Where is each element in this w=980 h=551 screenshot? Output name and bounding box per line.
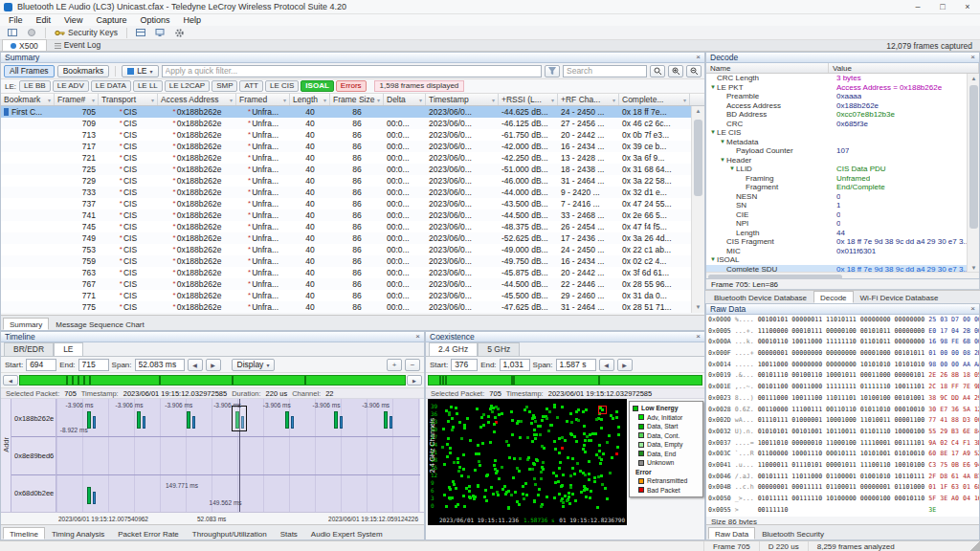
timeline-overview-bar[interactable] <box>19 375 406 386</box>
monitor-button[interactable] <box>151 27 168 39</box>
decode-panel-header[interactable]: Decode × <box>706 53 979 63</box>
rawdata-hex-view[interactable]: 0x0000 %.... 00100101 00000011 11010111 … <box>706 315 979 517</box>
coex-tab-2-4-ghz[interactable]: 2.4 GHz <box>429 342 478 356</box>
tab-message-sequence-chart[interactable]: Message Sequence Chart <box>49 318 151 330</box>
end-input[interactable] <box>78 359 109 371</box>
packet-bar[interactable] <box>87 487 91 504</box>
filter-chip-att[interactable]: ATT <box>239 80 263 92</box>
column-header-rf-cha[interactable]: +RF Cha...▾ <box>558 94 619 105</box>
doc-tab-x500[interactable]: X500 <box>2 39 47 51</box>
start-capture-button[interactable] <box>23 27 40 39</box>
coex-pan-left-button[interactable]: ◀ <box>599 359 614 371</box>
search-button[interactable] <box>650 65 665 77</box>
filter-chip-le-adv[interactable]: LE ADV <box>53 80 89 92</box>
table-row-frame-749[interactable]: 749*CIS*0x188b262e*Unfra...408600:0...20… <box>1 232 691 244</box>
column-filter-icon[interactable]: ▾ <box>151 97 154 103</box>
tab-wi-fi-device-database[interactable]: Wi-Fi Device Database <box>854 291 946 303</box>
decode-row-metadata[interactable]: ▼Metadata <box>706 138 967 147</box>
close-icon[interactable]: × <box>415 332 420 342</box>
decode-row-fragment[interactable]: FragmentEnd/Complete <box>706 183 967 192</box>
resize-grip[interactable] <box>970 541 980 551</box>
search-input[interactable] <box>563 65 647 77</box>
decode-value-header[interactable]: Value <box>829 63 979 73</box>
timeline-zoom-in-button[interactable]: + <box>387 359 402 371</box>
start-input[interactable] <box>26 359 56 371</box>
filter-chip-le-data[interactable]: LE DATA <box>91 80 131 92</box>
decode-row-crc[interactable]: CRC0x685f3e <box>706 120 967 129</box>
summary-panel-header[interactable]: Summary × <box>1 53 704 63</box>
packet-bar[interactable] <box>390 416 392 429</box>
table-row-frame-733[interactable]: 733*CIS*0x188b262e*Unfra...408600:0...20… <box>1 187 691 198</box>
pan-left-button[interactable]: ◀ <box>188 359 203 371</box>
tab-audio-expert-system[interactable]: Audio Expert System <box>304 527 390 540</box>
decode-row-sn[interactable]: SN1 <box>706 201 967 210</box>
menu-options[interactable]: Options <box>133 14 176 26</box>
decode-row-length[interactable]: Length44 <box>706 229 967 238</box>
tab-throughput-utilization[interactable]: Throughput/Utilization <box>186 527 274 540</box>
table-row-frame-753[interactable]: 753*CIS*0x188b262e*Unfra...408600:0...20… <box>1 244 691 255</box>
packet-bar[interactable] <box>340 416 343 429</box>
table-row-frame-725[interactable]: 725*CIS*0x188b262e*Unfra...408600:0...20… <box>1 164 691 175</box>
layout-button[interactable] <box>4 27 21 39</box>
table-row-frame-759[interactable]: 759*CIS*0x188b262e*Unfra...408600:0...20… <box>1 255 691 267</box>
coex-end-input[interactable] <box>500 359 530 371</box>
decode-row-llid[interactable]: ▼LLIDCIS Data PDU <box>706 165 967 174</box>
column-filter-icon[interactable]: ▾ <box>323 97 326 103</box>
tab-bluetooth-device-database[interactable]: Bluetooth Device Database <box>707 291 813 303</box>
close-icon[interactable]: × <box>970 304 975 314</box>
table-row-frame-721[interactable]: 721*CIS*0x188b262e*Unfra...408600:0...20… <box>1 152 691 164</box>
table-row-frame-741[interactable]: 741*CIS*0x188b262e*Unfra...408600:0...20… <box>1 209 691 221</box>
table-row-frame-745[interactable]: 745*CIS*0x188b262e*Unfra...408600:0...20… <box>1 221 691 232</box>
timeline-zoom-out-button[interactable]: − <box>405 359 420 371</box>
timeline-tab-le[interactable]: LE <box>54 342 82 356</box>
menu-file[interactable]: File <box>2 14 30 26</box>
menu-capture[interactable]: Capture <box>89 14 133 26</box>
column-filter-icon[interactable]: ▾ <box>230 97 233 103</box>
rawdata-panel-header[interactable]: Raw Data × <box>706 304 979 315</box>
quick-filter-input[interactable] <box>162 65 542 77</box>
decode-row-bd-address[interactable]: BD Address0xcc07e8b12b3e <box>706 110 967 120</box>
table-row-frame-771[interactable]: 771*CIS*0x188b262e*Unfra...408600:0...20… <box>1 290 691 301</box>
decode-row-header[interactable]: ▼Header <box>706 156 967 165</box>
maximize-button[interactable]: □ <box>930 0 955 14</box>
tab-packet-error-rate[interactable]: Packet Error Rate <box>111 527 186 540</box>
table-row-frame-705[interactable]: First C...705*CIS*0x188b262e*Unfra...408… <box>1 106 691 118</box>
coex-start-input[interactable] <box>451 359 478 371</box>
security-keys-button[interactable]: Security Keys <box>51 27 122 39</box>
zoom-in-button[interactable] <box>668 65 683 77</box>
column-header-timestamp[interactable]: Timestamp▾ <box>426 94 499 105</box>
coexistence-panel-header[interactable]: Coexistence × <box>426 332 704 342</box>
column-filter-icon[interactable]: ▾ <box>419 97 422 103</box>
window-split-button[interactable] <box>132 27 149 39</box>
column-header-framed[interactable]: Framed▾ <box>236 94 290 105</box>
column-filter-icon[interactable]: ▾ <box>283 97 286 103</box>
tab-timeline[interactable]: Timeline <box>3 527 45 540</box>
decode-row-le-cis[interactable]: ▼LE CIS <box>706 128 967 138</box>
doc-tab-event-log[interactable]: Event Log <box>47 39 108 51</box>
table-row-frame-713[interactable]: 713*CIS*0x188b262e*Unfra...408600:0...20… <box>1 129 691 141</box>
menu-view[interactable]: View <box>57 14 89 26</box>
column-header-complete[interactable]: Complete...▾ <box>619 94 690 105</box>
decode-row-cie[interactable]: CIE0 <box>706 210 967 220</box>
packet-bar[interactable] <box>137 411 141 429</box>
coex-span-input[interactable] <box>556 359 596 371</box>
coexistence-overview-bar[interactable] <box>428 375 702 386</box>
timeline-tab-br-edr[interactable]: BR/EDR <box>4 342 54 356</box>
decode-row-mic[interactable]: MIC0x011f6301 <box>706 247 967 256</box>
column-filter-icon[interactable]: ▾ <box>683 97 686 103</box>
timeline-panel-header[interactable]: Timeline × <box>1 332 424 342</box>
menu-help[interactable]: Help <box>176 14 208 26</box>
column-header-rssi-l[interactable]: +RSSI (L...▾ <box>499 94 558 105</box>
decode-row-payload-counter[interactable]: Payload Counter107 <box>706 146 967 156</box>
span-input[interactable] <box>135 359 185 371</box>
decode-row-le-pkt[interactable]: ▼LE PKTAccess Address = 0x188b262e <box>706 83 967 93</box>
table-row-frame-729[interactable]: 729*CIS*0x188b262e*Unfra...408600:0...20… <box>1 175 691 187</box>
packet-bar[interactable] <box>143 416 145 429</box>
decode-row-npi[interactable]: NPI0 <box>706 219 967 229</box>
decode-scrollbar-vertical[interactable]: ▲ ▼ <box>967 74 979 274</box>
close-button[interactable]: × <box>955 0 980 14</box>
decode-row-nesn[interactable]: NESN0 <box>706 192 967 202</box>
table-row-frame-775[interactable]: 775*CIS*0x188b262e*Unfra...408600:0...20… <box>1 301 691 313</box>
filter-chip-le-cis[interactable]: LE CIS <box>265 80 299 92</box>
close-icon[interactable]: × <box>696 53 701 62</box>
